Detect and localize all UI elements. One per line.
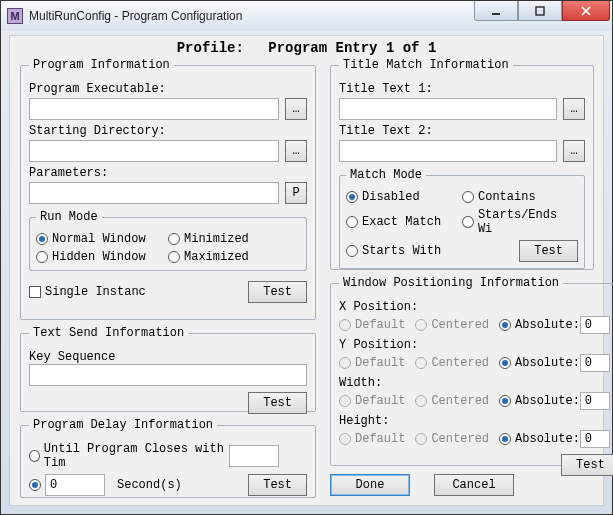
h-centered-radio: Centered: [415, 432, 489, 446]
profile-value: Program Entry 1 of 1: [268, 40, 436, 56]
window-positioning-legend: Window Positioning Information: [339, 276, 563, 290]
run-mode-hidden-radio[interactable]: Hidden Window: [36, 250, 168, 264]
run-mode-normal-label: Normal Window: [52, 232, 146, 246]
program-information-legend: Program Information: [29, 58, 174, 72]
h-absolute-radio[interactable]: Absolute:: [499, 430, 610, 448]
x-position-label: X Position:: [339, 300, 613, 314]
w-default-label: Default: [355, 394, 405, 408]
h-absolute-label: Absolute:: [515, 432, 580, 446]
title-text-2-browse-button[interactable]: …: [563, 140, 585, 162]
title-text-1-label: Title Text 1:: [339, 82, 585, 96]
title-text-1-input[interactable]: [339, 98, 557, 120]
titlebar[interactable]: M MultiRunConfig - Program Configuration: [1, 1, 612, 31]
seconds-value-input[interactable]: [45, 474, 105, 496]
y-default-label: Default: [355, 356, 405, 370]
text-send-test-button[interactable]: Test: [248, 392, 307, 414]
w-centered-label: Centered: [431, 394, 489, 408]
w-default-radio: Default: [339, 394, 405, 408]
delay-test-button[interactable]: Test: [248, 474, 307, 496]
y-default-radio: Default: [339, 356, 405, 370]
svg-rect-1: [536, 7, 544, 15]
y-centered-label: Centered: [431, 356, 489, 370]
match-mode-exact-label: Exact Match: [362, 215, 441, 229]
run-mode-maximized-radio[interactable]: Maximized: [168, 250, 300, 264]
run-mode-minimized-label: Minimized: [184, 232, 249, 246]
x-absolute-radio[interactable]: Absolute:: [499, 316, 610, 334]
until-program-closes-label: Until Program Closes with Tim: [44, 442, 229, 470]
done-button[interactable]: Done: [330, 474, 410, 496]
window-title: MultiRunConfig - Program Configuration: [29, 9, 474, 23]
parameters-input[interactable]: [29, 182, 279, 204]
x-default-label: Default: [355, 318, 405, 332]
cancel-button[interactable]: Cancel: [434, 474, 514, 496]
program-information-group: Program Information Program Executable: …: [20, 58, 316, 320]
key-sequence-input[interactable]: [29, 364, 307, 386]
close-button[interactable]: [562, 1, 610, 21]
profile-label: Profile:: [177, 40, 244, 56]
y-absolute-input[interactable]: [580, 354, 610, 372]
run-mode-minimized-radio[interactable]: Minimized: [168, 232, 300, 246]
key-sequence-label: Key Sequence: [29, 350, 307, 364]
run-mode-hidden-label: Hidden Window: [52, 250, 146, 264]
program-delay-legend: Program Delay Information: [29, 418, 217, 432]
starting-directory-browse-button[interactable]: …: [285, 140, 307, 162]
h-centered-label: Centered: [431, 432, 489, 446]
match-mode-starts-ends-label: Starts/Ends Wi: [478, 208, 578, 236]
w-absolute-radio[interactable]: Absolute:: [499, 392, 610, 410]
match-mode-test-button[interactable]: Test: [519, 240, 578, 262]
h-absolute-input[interactable]: [580, 430, 610, 448]
match-mode-starts-with-radio[interactable]: Starts With: [346, 244, 462, 258]
title-match-group: Title Match Information Title Text 1: … …: [330, 58, 594, 270]
program-info-test-button[interactable]: Test: [248, 281, 307, 303]
title-text-2-input[interactable]: [339, 140, 557, 162]
until-program-closes-value-input[interactable]: [229, 445, 279, 467]
run-mode-normal-radio[interactable]: Normal Window: [36, 232, 168, 246]
seconds-radio[interactable]: [29, 479, 45, 491]
y-centered-radio: Centered: [415, 356, 489, 370]
program-executable-label: Program Executable:: [29, 82, 307, 96]
title-text-1-browse-button[interactable]: …: [563, 98, 585, 120]
match-mode-exact-radio[interactable]: Exact Match: [346, 215, 462, 229]
x-centered-radio: Centered: [415, 318, 489, 332]
parameters-label: Parameters:: [29, 166, 307, 180]
y-position-label: Y Position:: [339, 338, 613, 352]
single-instance-label: Single Instanc: [45, 285, 146, 299]
x-default-radio: Default: [339, 318, 405, 332]
until-program-closes-radio[interactable]: Until Program Closes with Tim: [29, 442, 229, 470]
w-absolute-label: Absolute:: [515, 394, 580, 408]
starting-directory-label: Starting Directory:: [29, 124, 307, 138]
window-frame: M MultiRunConfig - Program Configuration…: [0, 0, 613, 515]
text-send-group: Text Send Information Key Sequence Test: [20, 326, 316, 412]
parameters-p-button[interactable]: P: [285, 182, 307, 204]
positioning-test-button[interactable]: Test: [561, 454, 613, 476]
starting-directory-input[interactable]: [29, 140, 279, 162]
footer-buttons: Done Cancel: [330, 474, 514, 496]
match-mode-group: Match Mode Disabled Contains Exact Match…: [339, 168, 585, 269]
single-instance-checkbox[interactable]: Single Instanc: [29, 285, 248, 299]
match-mode-disabled-radio[interactable]: Disabled: [346, 190, 462, 204]
run-mode-group: Run Mode Normal Window Minimized Hidden …: [29, 210, 307, 271]
h-default-radio: Default: [339, 432, 405, 446]
match-mode-legend: Match Mode: [346, 168, 426, 182]
w-absolute-input[interactable]: [580, 392, 610, 410]
match-mode-contains-label: Contains: [478, 190, 536, 204]
width-label: Width:: [339, 376, 613, 390]
run-mode-legend: Run Mode: [36, 210, 102, 224]
x-absolute-label: Absolute:: [515, 318, 580, 332]
client-area: Profile: Program Entry 1 of 1 Program In…: [9, 35, 604, 506]
x-absolute-input[interactable]: [580, 316, 610, 334]
run-mode-maximized-label: Maximized: [184, 250, 249, 264]
match-mode-contains-radio[interactable]: Contains: [462, 190, 578, 204]
title-match-legend: Title Match Information: [339, 58, 513, 72]
y-absolute-radio[interactable]: Absolute:: [499, 354, 610, 372]
program-executable-input[interactable]: [29, 98, 279, 120]
title-text-2-label: Title Text 2:: [339, 124, 585, 138]
program-executable-browse-button[interactable]: …: [285, 98, 307, 120]
maximize-button[interactable]: [518, 1, 562, 21]
x-centered-label: Centered: [431, 318, 489, 332]
seconds-label: Second(s): [117, 478, 248, 492]
minimize-button[interactable]: [474, 1, 518, 21]
match-mode-starts-ends-radio[interactable]: Starts/Ends Wi: [462, 208, 578, 236]
text-send-legend: Text Send Information: [29, 326, 188, 340]
program-delay-group: Program Delay Information Until Program …: [20, 418, 316, 498]
